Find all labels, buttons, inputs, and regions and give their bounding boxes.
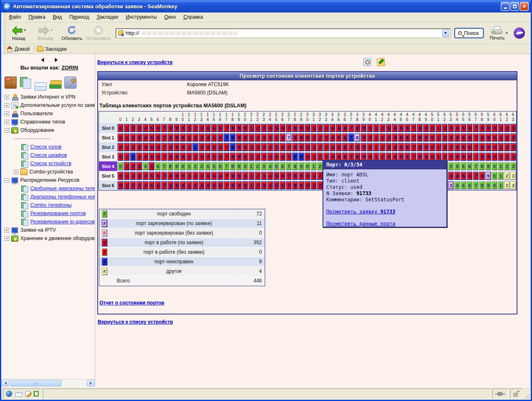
port-cell[interactable]: 3: [448, 162, 453, 170]
port-cell[interactable]: 0: [242, 153, 248, 161]
port-cell[interactable]: 2: [130, 143, 135, 151]
port-cell[interactable]: 8: [355, 143, 360, 151]
port-cell[interactable]: 3: [510, 181, 516, 189]
port-cell[interactable]: 8: [230, 172, 235, 180]
port-cell[interactable]: 3: [448, 153, 453, 161]
login-user-link[interactable]: ZORIN: [62, 64, 78, 71]
port-cell[interactable]: 7: [224, 162, 229, 170]
port-cell[interactable]: 8: [479, 124, 485, 132]
port-cell[interactable]: 2: [504, 153, 510, 161]
port-cell[interactable]: 8: [292, 134, 298, 141]
port-cell[interactable]: 3: [448, 172, 453, 180]
port-cell[interactable]: 1: [373, 143, 379, 151]
port-cell[interactable]: 0: [492, 124, 497, 132]
port-cell[interactable]: 1: [249, 124, 254, 132]
address-book-icon[interactable]: [34, 391, 39, 396]
port-cell[interactable]: 0: [242, 162, 248, 170]
port-cell[interactable]: 3: [510, 153, 516, 161]
tree-label[interactable]: Распределение Ресурсов: [20, 177, 79, 183]
port-cell[interactable]: 5: [461, 162, 466, 170]
port-cell[interactable]: 7: [161, 134, 167, 141]
port-cell[interactable]: 1: [311, 134, 316, 141]
port-cell[interactable]: 6: [280, 162, 285, 170]
mail-component-icon[interactable]: [15, 392, 22, 397]
port-cell[interactable]: 2: [130, 153, 135, 161]
port-cell[interactable]: 2: [379, 124, 385, 132]
port-cell[interactable]: 4: [143, 172, 148, 180]
port-cell[interactable]: 1: [124, 143, 129, 151]
port-cell[interactable]: 3: [510, 162, 516, 170]
port-cell[interactable]: 7: [473, 143, 478, 151]
port-cell[interactable]: 1: [498, 162, 503, 170]
port-cell[interactable]: 6: [217, 162, 223, 170]
maximize-button[interactable]: [510, 2, 519, 11]
port-cell[interactable]: 6: [467, 162, 472, 170]
menu-Вид[interactable]: Вид: [49, 12, 66, 22]
port-cell[interactable]: 3: [323, 143, 329, 151]
port-cell[interactable]: 9: [236, 143, 241, 151]
port-cell[interactable]: 1: [436, 124, 441, 132]
port-cell[interactable]: 7: [286, 162, 291, 170]
port-cell[interactable]: 6: [217, 172, 223, 180]
minimize-button[interactable]: [501, 2, 510, 11]
port-cell[interactable]: 8: [355, 134, 360, 141]
port-cell[interactable]: 9: [485, 181, 491, 189]
port-cell[interactable]: 5: [273, 134, 279, 141]
port-cell[interactable]: 7: [473, 181, 478, 189]
port-cell[interactable]: 7: [161, 143, 167, 151]
port-cell[interactable]: 4: [454, 162, 460, 170]
port-cell[interactable]: 9: [236, 172, 241, 180]
port-cell[interactable]: 0: [180, 162, 185, 170]
port-cell[interactable]: 6: [155, 162, 160, 170]
port-cell[interactable]: 4: [392, 134, 397, 141]
port-cell[interactable]: 6: [280, 172, 285, 180]
port-cell[interactable]: 6: [342, 124, 347, 132]
port-cell[interactable]: 1: [498, 134, 503, 141]
port-cell[interactable]: 1: [249, 172, 254, 180]
port-cell[interactable]: 4: [205, 172, 210, 180]
port-cell[interactable]: 6: [342, 134, 347, 141]
back-to-device-list-link-top[interactable]: Вернуться к списку устройств: [97, 59, 172, 65]
port-cell[interactable]: 1: [249, 181, 254, 189]
tree-label[interactable]: Пользователи: [20, 111, 53, 116]
url-bar[interactable]: http://: [116, 28, 451, 38]
port-cell[interactable]: 5: [336, 143, 341, 151]
port-cell[interactable]: 5: [149, 134, 154, 141]
port-cell[interactable]: 1: [498, 153, 503, 161]
toolbar-grippy[interactable]: [1, 12, 5, 22]
port-cell[interactable]: 2: [317, 124, 323, 132]
tree-link-Резервирование ip-адресов[interactable]: Резервирование ip-адресов: [30, 219, 95, 225]
documents-icon[interactable]: [20, 77, 32, 89]
port-cell[interactable]: 1: [186, 134, 192, 141]
search-button[interactable]: Поиск: [454, 28, 484, 38]
port-cell[interactable]: 9: [298, 153, 304, 161]
port-cell[interactable]: 9: [423, 143, 429, 151]
port-cell[interactable]: 2: [130, 181, 135, 189]
scroll-left-button[interactable]: [2, 380, 9, 386]
slot-label[interactable]: Slot 0: [99, 123, 117, 133]
port-cell[interactable]: 3: [448, 134, 453, 141]
port-cell[interactable]: 0: [305, 162, 310, 170]
port-cell[interactable]: 0: [429, 124, 435, 132]
port-cell[interactable]: 4: [143, 153, 148, 161]
port-cell[interactable]: 3: [323, 134, 329, 141]
back-button[interactable]: Назад: [6, 24, 32, 43]
port-cell[interactable]: 3: [136, 124, 142, 132]
port-cell[interactable]: 6: [467, 181, 472, 189]
port-cell[interactable]: 7: [224, 124, 229, 132]
port-cell[interactable]: 9: [236, 181, 241, 189]
port-cell[interactable]: 5: [398, 134, 404, 141]
port-cell[interactable]: 7: [348, 134, 354, 141]
home-button[interactable]: Домой: [5, 44, 33, 54]
mail-icon[interactable]: [34, 82, 47, 91]
port-cell[interactable]: 6: [155, 134, 160, 141]
port-cell[interactable]: 3: [136, 134, 142, 141]
port-cell[interactable]: 6: [155, 153, 160, 161]
port-cell[interactable]: 5: [211, 162, 217, 170]
port-cell[interactable]: 2: [130, 124, 135, 132]
port-cell[interactable]: 7: [161, 162, 167, 170]
port-cell[interactable]: 2: [255, 143, 260, 151]
expand-plus-icon[interactable]: +: [5, 228, 9, 233]
port-cell[interactable]: 2: [317, 162, 323, 170]
port-cell[interactable]: 1: [186, 162, 192, 170]
